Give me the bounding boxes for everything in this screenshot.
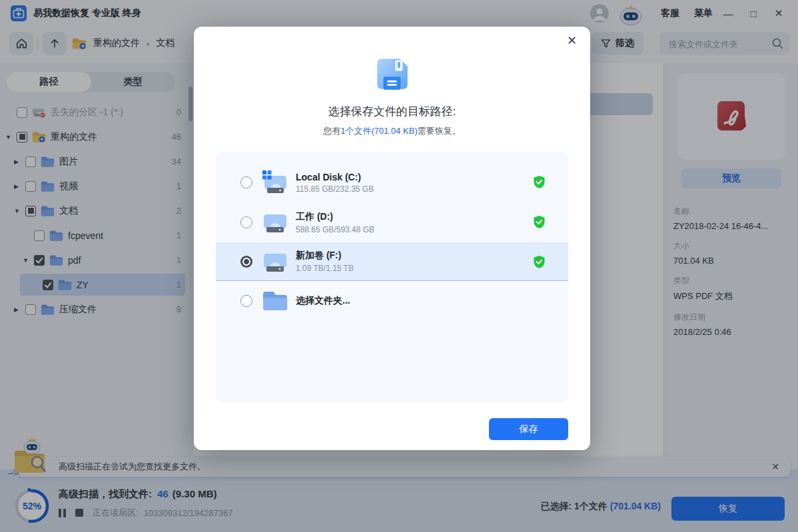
destination-name: 工作 (D:) — [296, 211, 374, 223]
destination-radio[interactable] — [240, 216, 252, 228]
destination-name: Local Disk (C:) — [296, 172, 374, 182]
subtitle-highlight: 1个文件(701.04 KB) — [340, 126, 418, 136]
save-path-dialog: ✕ 选择保存文件的目标路径: 您有1个文件(701.04 KB)需要恢复。 Lo… — [194, 27, 590, 450]
destination-info: Local Disk (C:)115.85 GB/232.35 GB — [296, 172, 374, 194]
destination-info: 工作 (D:)588.65 GB/593.48 GB — [296, 211, 374, 234]
destination-option[interactable]: 新加卷 (F:)1.09 TB/1.15 TB — [216, 242, 568, 281]
destination-radio[interactable] — [240, 295, 252, 307]
dialog-subtitle: 您有1个文件(701.04 KB)需要恢复。 — [194, 125, 590, 137]
subtitle-suffix: 需要恢复。 — [418, 126, 461, 136]
destination-list: Local Disk (C:)115.85 GB/232.35 GB工作 (D:… — [216, 152, 568, 403]
dialog-close-icon[interactable]: ✕ — [567, 35, 577, 47]
destination-name: 选择文件夹... — [296, 295, 350, 307]
destination-capacity: 1.09 TB/1.15 TB — [296, 264, 354, 273]
folder-big-icon — [262, 289, 288, 313]
shield-check-icon — [534, 176, 545, 188]
destination-option[interactable]: 工作 (D:)588.65 GB/593.48 GB — [216, 202, 568, 242]
dialog-title: 选择保存文件的目标路径: — [194, 104, 590, 119]
destination-name: 新加卷 (F:) — [296, 250, 354, 262]
destination-option[interactable]: Local Disk (C:)115.85 GB/232.35 GB — [216, 162, 568, 202]
destination-capacity: 115.85 GB/232.35 GB — [296, 184, 374, 194]
shield-check-icon — [534, 216, 545, 228]
disk-icon — [262, 250, 288, 274]
system-disk-icon — [262, 170, 288, 194]
destination-radio[interactable] — [240, 256, 252, 268]
save-button[interactable]: 保存 — [489, 418, 568, 440]
destination-info: 新加卷 (F:)1.09 TB/1.15 TB — [296, 250, 354, 273]
subtitle-prefix: 您有 — [323, 126, 340, 136]
destination-option[interactable]: 选择文件夹... — [216, 281, 568, 321]
disk-icon — [262, 210, 288, 234]
app-window: 易我数据恢复 专业版 终身 客服 菜单 — □ ✕ — [0, 0, 798, 532]
save-illustration — [194, 55, 590, 93]
floppy-disk-icon — [373, 55, 412, 93]
shield-check-icon — [534, 256, 545, 268]
destination-radio[interactable] — [240, 176, 252, 188]
destination-capacity: 588.65 GB/593.48 GB — [296, 225, 374, 234]
destination-info: 选择文件夹... — [296, 295, 350, 307]
